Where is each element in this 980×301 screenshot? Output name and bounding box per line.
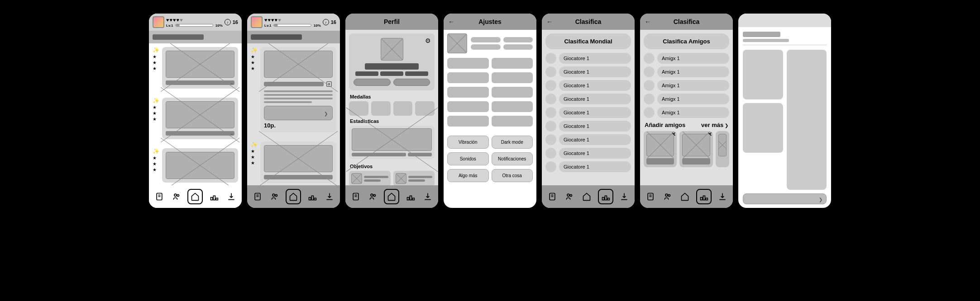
stats-card[interactable] bbox=[349, 126, 435, 159]
coin-icon: ♪ bbox=[225, 19, 231, 25]
player-row[interactable]: Giocatore 1 bbox=[559, 80, 631, 91]
settings-field[interactable] bbox=[492, 101, 533, 112]
nav-leaderboard[interactable] bbox=[696, 189, 712, 204]
nav-download[interactable] bbox=[618, 190, 631, 203]
nav-home[interactable] bbox=[580, 190, 593, 203]
friend-row[interactable]: Amigx 1 bbox=[657, 53, 729, 64]
settings-field[interactable] bbox=[447, 101, 489, 112]
nav-home[interactable] bbox=[187, 189, 203, 204]
rank-badge bbox=[644, 80, 655, 91]
content-card[interactable]: ⌄ bbox=[162, 47, 238, 89]
objective-card[interactable] bbox=[393, 171, 435, 185]
friend-suggestion-card[interactable]: ✕ bbox=[679, 131, 712, 167]
content-card[interactable] bbox=[162, 148, 238, 183]
status-bar: ♥♥♥♥♥ Lv.1 10% ♪ 16 bbox=[149, 14, 242, 31]
back-button[interactable]: ← bbox=[448, 18, 454, 25]
next-button[interactable] bbox=[264, 106, 333, 120]
settings-field[interactable] bbox=[447, 116, 489, 127]
nav-document[interactable] bbox=[644, 190, 657, 203]
panel-right[interactable] bbox=[787, 50, 827, 190]
settings-field[interactable] bbox=[492, 116, 533, 127]
medal-slot[interactable] bbox=[393, 101, 413, 116]
stars-sidebar: ✨★★★ bbox=[251, 47, 258, 137]
friend-row[interactable]: Amigx 1 bbox=[657, 94, 729, 104]
nav-group[interactable] bbox=[268, 190, 281, 203]
settings-field[interactable] bbox=[447, 87, 489, 98]
medal-slot[interactable] bbox=[371, 101, 391, 116]
nav-leaderboard[interactable] bbox=[208, 190, 220, 203]
settings-avatar[interactable] bbox=[447, 33, 467, 53]
header-banner bbox=[247, 31, 340, 43]
toggle-sounds[interactable]: Sonidos bbox=[447, 152, 489, 165]
nav-document[interactable] bbox=[349, 190, 362, 203]
player-row[interactable]: Giocatore 1 bbox=[559, 66, 631, 77]
nav-home[interactable] bbox=[384, 189, 399, 204]
nav-leaderboard[interactable] bbox=[306, 190, 319, 203]
nav-download[interactable] bbox=[421, 190, 434, 203]
content-card-expanded[interactable]: 10p. bbox=[260, 47, 336, 132]
toggle-darkmode[interactable]: Dark mode bbox=[492, 136, 533, 149]
nav-group[interactable] bbox=[661, 190, 674, 203]
nav-home[interactable] bbox=[286, 189, 301, 204]
nav-group[interactable] bbox=[367, 190, 379, 203]
settings-field[interactable] bbox=[447, 72, 489, 83]
friend-row[interactable]: Amigx 1 bbox=[657, 107, 729, 118]
gear-icon[interactable]: ⚙ bbox=[425, 37, 431, 44]
progress-pct: 10% bbox=[314, 24, 321, 28]
nav-download[interactable] bbox=[323, 190, 336, 203]
nav-home[interactable] bbox=[679, 190, 691, 203]
toggle-more1[interactable]: Algo más bbox=[447, 169, 489, 182]
toggle-vibration[interactable]: Vibración bbox=[447, 136, 489, 149]
avatar[interactable] bbox=[153, 16, 164, 28]
nav-leaderboard[interactable] bbox=[404, 190, 417, 203]
chevron-down-icon[interactable]: ⌄ bbox=[229, 79, 234, 86]
bottom-action-button[interactable] bbox=[743, 193, 827, 204]
player-row[interactable]: Giocatore 1 bbox=[559, 107, 631, 118]
medal-slot[interactable] bbox=[349, 101, 368, 116]
settings-field[interactable] bbox=[492, 72, 533, 83]
friend-suggestion-card[interactable]: ✕ bbox=[644, 131, 677, 167]
nav-document[interactable] bbox=[153, 190, 166, 203]
content-card[interactable] bbox=[260, 141, 336, 183]
nav-group[interactable] bbox=[563, 190, 576, 203]
svg-rect-38 bbox=[700, 198, 702, 200]
avatar[interactable] bbox=[251, 16, 263, 28]
panel-left-top[interactable] bbox=[743, 50, 783, 99]
toggle-notifications[interactable]: Notificaciones bbox=[492, 152, 533, 165]
chevron-down-icon[interactable]: ⌄ bbox=[229, 129, 234, 136]
settings-field[interactable] bbox=[492, 87, 533, 98]
player-row[interactable]: Giocatore 1 bbox=[559, 94, 631, 104]
profile-pill[interactable] bbox=[354, 79, 391, 86]
nav-document[interactable] bbox=[251, 190, 264, 203]
settings-field[interactable] bbox=[492, 58, 533, 69]
content-card[interactable]: ⌄ bbox=[162, 98, 238, 139]
screen-generic bbox=[738, 14, 831, 208]
friend-row[interactable]: Amigx 1 bbox=[657, 80, 729, 91]
player-row[interactable]: Giocatore 1 bbox=[559, 53, 631, 64]
nav-leaderboard[interactable] bbox=[598, 189, 613, 204]
page-title: Perfil bbox=[384, 18, 400, 25]
friend-suggestion-card[interactable] bbox=[716, 131, 729, 167]
xp-progress bbox=[273, 24, 311, 27]
nav-group[interactable] bbox=[170, 190, 183, 203]
back-button[interactable]: ← bbox=[546, 18, 553, 25]
player-row[interactable]: Giocatore 1 bbox=[559, 121, 631, 132]
rank-badge bbox=[545, 53, 556, 64]
stars-sidebar: ✨★★★ bbox=[153, 148, 159, 185]
nav-download[interactable] bbox=[716, 190, 729, 203]
profile-pill[interactable] bbox=[393, 79, 430, 86]
medal-slot[interactable] bbox=[415, 101, 435, 116]
player-row[interactable]: Giocatore 1 bbox=[559, 161, 631, 172]
back-button[interactable]: ← bbox=[645, 18, 651, 25]
nav-download[interactable] bbox=[225, 190, 238, 203]
toggle-more2[interactable]: Otra cosa bbox=[492, 169, 533, 182]
panel-left-bottom[interactable] bbox=[743, 103, 783, 153]
friend-row[interactable]: Amigx 1 bbox=[657, 66, 729, 77]
rank-badge bbox=[545, 134, 556, 145]
objective-card[interactable] bbox=[349, 171, 391, 185]
nav-document[interactable] bbox=[546, 190, 559, 203]
settings-field[interactable] bbox=[447, 58, 489, 69]
see-more-link[interactable]: ver más ❯ bbox=[701, 122, 728, 128]
player-row[interactable]: Giocatore 1 bbox=[559, 148, 631, 159]
player-row[interactable]: Giocatore 1 bbox=[559, 134, 631, 145]
